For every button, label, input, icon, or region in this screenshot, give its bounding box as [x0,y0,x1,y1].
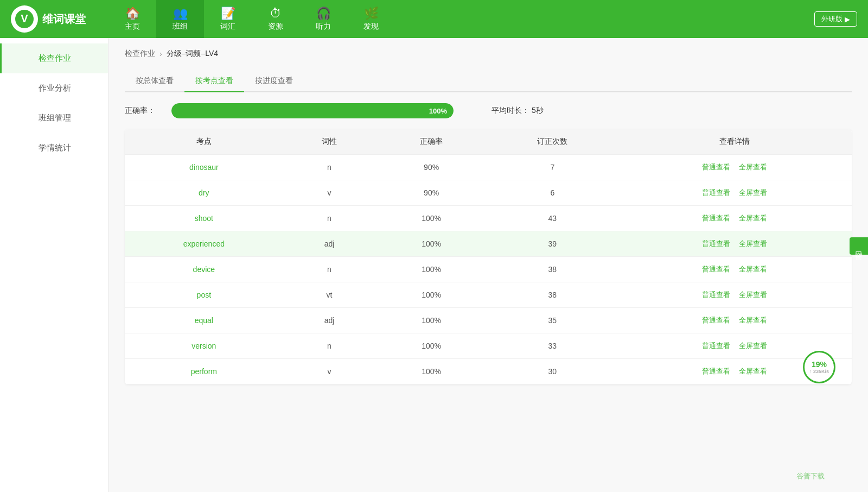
action-normal-link[interactable]: 普通查看 [702,214,730,222]
action-fullscreen-link[interactable]: 全屏查看 [739,188,767,197]
action-fullscreen-link[interactable]: 全屏查看 [739,214,767,222]
cell-accuracy: 100% [375,333,487,359]
accuracy-value: 100% [429,107,447,115]
th-actions: 查看详情 [618,129,852,155]
cell-corrections: 39 [487,231,618,257]
nav-item-class[interactable]: 👥 班组 [156,0,204,38]
cell-corrections: 6 [487,180,618,206]
action-fullscreen-link[interactable]: 全屏查看 [739,316,767,324]
nav-label-resource: 资源 [268,22,283,31]
cell-word[interactable]: equal [125,308,283,333]
breadcrumb-root[interactable]: 检查作业 [125,49,155,59]
resource-icon: ⏱ [270,7,282,21]
layout: 检查作业 作业分析 班组管理 学情统计 检查作业 › 分级–词频–LV4 按总体… [0,38,868,492]
sidebar-item-learning-stats[interactable]: 学情统计 [0,133,108,163]
progress-bar: 100% [171,103,454,118]
action-normal-link[interactable]: 普通查看 [702,342,730,350]
cell-actions: 普通查看 全屏查看 [618,308,852,333]
home-icon: 🏠 [125,7,140,21]
action-normal-link[interactable]: 普通查看 [702,291,730,299]
svg-text:V: V [21,12,28,24]
table-row: dry v 90% 6 普通查看 全屏查看 [125,180,852,206]
cell-word[interactable]: perform [125,359,283,384]
sidebar-item-homework-analysis[interactable]: 作业分析 [0,73,108,103]
nav-item-resource[interactable]: ⏱ 资源 [252,0,299,38]
breadcrumb-current: 分级–词频–LV4 [167,49,218,59]
accuracy-label: 正确率： [125,106,155,116]
th-pos: 词性 [283,129,376,155]
discover-icon: 🌿 [364,7,379,21]
floating-percent: 19% [812,360,827,369]
tab-total[interactable]: 按总体查看 [125,71,184,92]
table-row: shoot n 100% 43 普通查看 全屏查看 [125,206,852,231]
listen-icon: 🎧 [316,7,331,21]
cell-word[interactable]: device [125,257,283,282]
right-panel-button[interactable]: 窗口 [850,237,868,255]
cell-pos: v [283,180,376,206]
nav-item-home[interactable]: 🏠 主页 [108,0,156,38]
cell-word[interactable]: shoot [125,206,283,231]
cell-actions: 普通查看 全屏查看 [618,257,852,282]
tab-progress[interactable]: 按进度查看 [244,71,304,92]
progress-bar-fill: 100% [171,103,454,118]
table-row: device n 100% 38 普通查看 全屏查看 [125,257,852,282]
watermark: 谷普下载 [796,471,825,481]
breadcrumb: 检查作业 › 分级–词频–LV4 [125,49,852,59]
action-fullscreen-link[interactable]: 全屏查看 [739,367,767,375]
nav-item-listen[interactable]: 🎧 听力 [299,0,347,38]
action-fullscreen-link[interactable]: 全屏查看 [739,239,767,248]
action-normal-link[interactable]: 普通查看 [702,316,730,324]
cell-corrections: 38 [487,282,618,308]
edition-button[interactable]: 外研版 ▶ [814,11,857,27]
cell-accuracy: 100% [375,308,487,333]
header: V 维词课堂 🏠 主页 👥 班组 📝 词汇 ⏱ 资源 🎧 听力 🌿 发现 [0,0,868,38]
cell-word[interactable]: dinosaur [125,155,283,180]
cell-corrections: 35 [487,308,618,333]
sidebar-label-stats: 学情统计 [39,143,71,152]
tab-points[interactable]: 按考点查看 [184,71,244,92]
nav-item-discover[interactable]: 🌿 发现 [347,0,395,38]
action-fullscreen-link[interactable]: 全屏查看 [739,265,767,273]
table-row: experienced adj 100% 39 普通查看 全屏查看 [125,231,852,257]
cell-accuracy: 100% [375,231,487,257]
cell-accuracy: 100% [375,282,487,308]
floating-speed: ↑ 235K/s [809,369,829,374]
floating-badge: 19% ↑ 235K/s [803,351,835,383]
cell-corrections: 33 [487,333,618,359]
action-fullscreen-link[interactable]: 全屏查看 [739,163,767,171]
cell-word[interactable]: experienced [125,231,283,257]
cell-word[interactable]: version [125,333,283,359]
cell-pos: n [283,206,376,231]
nav-items: 🏠 主页 👥 班组 📝 词汇 ⏱ 资源 🎧 听力 🌿 发现 [108,0,395,38]
action-normal-link[interactable]: 普通查看 [702,367,730,375]
cell-pos: v [283,359,376,384]
action-normal-link[interactable]: 普通查看 [702,163,730,171]
nav-label-vocab: 词汇 [220,22,235,31]
th-accuracy: 正确率 [375,129,487,155]
table-header-row: 考点 词性 正确率 订正次数 查看详情 [125,129,852,155]
cell-actions: 普通查看 全屏查看 [618,206,852,231]
cell-word[interactable]: dry [125,180,283,206]
action-normal-link[interactable]: 普通查看 [702,239,730,248]
action-normal-link[interactable]: 普通查看 [702,265,730,273]
sidebar: 检查作业 作业分析 班组管理 学情统计 [0,38,108,492]
cell-word[interactable]: post [125,282,283,308]
sidebar-item-check-homework[interactable]: 检查作业 [0,43,108,73]
logo-area: V 维词课堂 [0,5,108,33]
avg-time: 平均时长： 5秒 [492,106,544,116]
action-fullscreen-link[interactable]: 全屏查看 [739,342,767,350]
nav-item-vocab[interactable]: 📝 词汇 [204,0,252,38]
cell-actions: 普通查看 全屏查看 [618,282,852,308]
action-normal-link[interactable]: 普通查看 [702,188,730,197]
cell-accuracy: 90% [375,155,487,180]
vocab-icon: 📝 [221,7,235,21]
sidebar-item-class-management[interactable]: 班组管理 [0,103,108,133]
cell-pos: n [283,333,376,359]
cell-accuracy: 100% [375,206,487,231]
sidebar-label-management: 班组管理 [39,113,71,122]
table-row: post vt 100% 38 普通查看 全屏查看 [125,282,852,308]
action-fullscreen-link[interactable]: 全屏查看 [739,291,767,299]
cell-corrections: 43 [487,206,618,231]
cell-actions: 普通查看 全屏查看 [618,155,852,180]
cell-accuracy: 100% [375,257,487,282]
